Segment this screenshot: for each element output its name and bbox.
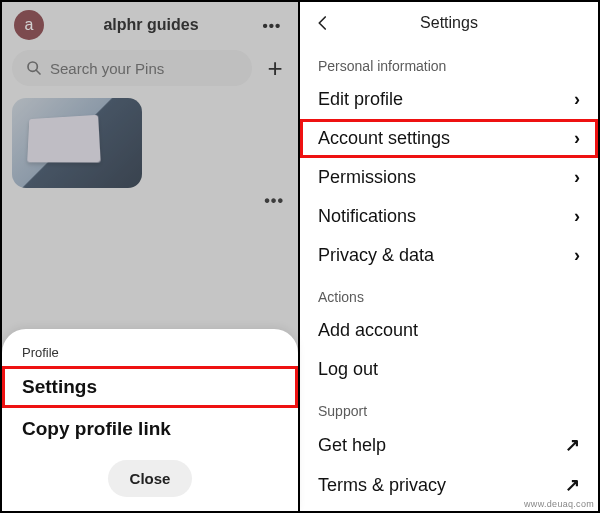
chevron-right-icon: › bbox=[574, 128, 580, 149]
row-notifications[interactable]: Notifications › bbox=[300, 197, 598, 236]
svg-line-1 bbox=[36, 70, 40, 74]
add-icon[interactable]: + bbox=[262, 53, 288, 84]
profile-header: a alphr guides ••• bbox=[2, 2, 298, 46]
chevron-right-icon: › bbox=[574, 89, 580, 110]
search-icon bbox=[26, 60, 42, 76]
row-label: Log out bbox=[318, 359, 378, 380]
sheet-item-settings[interactable]: Settings bbox=[2, 366, 298, 408]
row-get-help[interactable]: Get help ↗ bbox=[300, 425, 598, 465]
sheet-close-wrap: Close bbox=[2, 450, 298, 501]
row-edit-profile[interactable]: Edit profile › bbox=[300, 80, 598, 119]
left-pane: a alphr guides ••• Search your Pins + ••… bbox=[2, 2, 300, 511]
back-icon[interactable] bbox=[314, 14, 340, 32]
search-row: Search your Pins + bbox=[2, 46, 298, 94]
row-log-out[interactable]: Log out bbox=[300, 350, 598, 389]
row-label: Terms & privacy bbox=[318, 475, 446, 496]
avatar[interactable]: a bbox=[14, 10, 44, 40]
chevron-right-icon: › bbox=[574, 245, 580, 266]
chevron-right-icon: › bbox=[574, 206, 580, 227]
chevron-right-icon: › bbox=[574, 167, 580, 188]
row-label: Edit profile bbox=[318, 89, 403, 110]
row-label: Add account bbox=[318, 320, 418, 341]
profile-title: alphr guides bbox=[44, 16, 258, 34]
search-placeholder: Search your Pins bbox=[50, 60, 164, 77]
app-frame: a alphr guides ••• Search your Pins + ••… bbox=[0, 0, 600, 513]
row-label: Notifications bbox=[318, 206, 416, 227]
pin-more-icon[interactable]: ••• bbox=[264, 192, 284, 210]
row-add-account[interactable]: Add account bbox=[300, 311, 598, 350]
section-personal: Personal information bbox=[300, 44, 598, 80]
watermark: www.deuaq.com bbox=[524, 499, 594, 509]
external-link-icon: ↗ bbox=[565, 474, 580, 496]
section-actions: Actions bbox=[300, 275, 598, 311]
close-button[interactable]: Close bbox=[108, 460, 193, 497]
row-label: Account settings bbox=[318, 128, 450, 149]
row-privacy-data[interactable]: Privacy & data › bbox=[300, 236, 598, 275]
row-label: Get help bbox=[318, 435, 386, 456]
search-input[interactable]: Search your Pins bbox=[12, 50, 252, 86]
row-permissions[interactable]: Permissions › bbox=[300, 158, 598, 197]
external-link-icon: ↗ bbox=[565, 434, 580, 456]
pin-thumbnail[interactable] bbox=[12, 98, 142, 188]
row-label: Privacy & data bbox=[318, 245, 434, 266]
action-sheet: Profile Settings Copy profile link Close bbox=[2, 329, 298, 511]
settings-title: Settings bbox=[340, 14, 558, 32]
row-account-settings[interactable]: Account settings › bbox=[300, 119, 598, 158]
sheet-item-copy-link[interactable]: Copy profile link bbox=[2, 408, 298, 450]
sheet-section-label: Profile bbox=[2, 345, 298, 366]
right-pane: Settings Personal information Edit profi… bbox=[300, 2, 598, 511]
pin-grid: ••• bbox=[2, 98, 298, 188]
more-icon[interactable]: ••• bbox=[258, 17, 286, 34]
row-label: Permissions bbox=[318, 167, 416, 188]
settings-header: Settings bbox=[300, 2, 598, 44]
section-support: Support bbox=[300, 389, 598, 425]
